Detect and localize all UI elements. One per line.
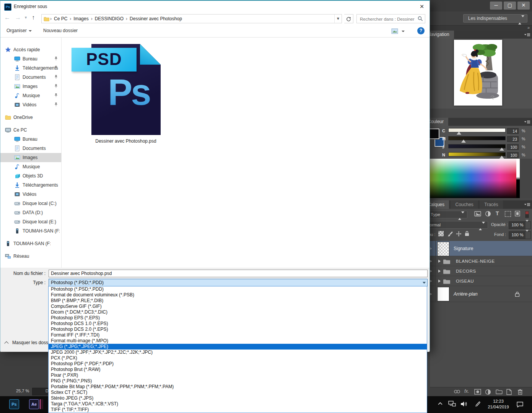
- fill-dropdown-arrow[interactable]: [525, 231, 531, 239]
- search-icon[interactable]: [418, 16, 423, 21]
- sidebar-item-t-l-chargements[interactable]: Téléchargements: [0, 180, 61, 190]
- channel-value[interactable]: 14: [507, 128, 519, 134]
- panel-menu-icon[interactable]: [524, 33, 530, 37]
- channel-slider[interactable]: [448, 144, 506, 148]
- collapse-panels-icon[interactable]: »: [527, 25, 530, 30]
- panel-menu-icon[interactable]: [524, 203, 530, 206]
- layer-mask-icon[interactable]: [474, 389, 481, 395]
- sidebar-item-documents[interactable]: Documents: [0, 73, 61, 82]
- expand-arrow-icon[interactable]: [438, 260, 441, 263]
- format-option[interactable]: BMP (*.BMP;*.RLE;*.DIB): [49, 298, 427, 304]
- sidebar-item-disque-local-e-[interactable]: Disque local (E:): [0, 217, 61, 226]
- filter-type-layers-icon[interactable]: T: [496, 210, 499, 216]
- format-option[interactable]: Photoshop PDF (*.PDF;*.PDP): [49, 361, 427, 367]
- format-option[interactable]: Stéréo JPEG (*.JPS): [49, 395, 427, 401]
- format-option[interactable]: Format multi-image (*.MPO): [49, 338, 427, 344]
- opacity-dropdown-arrow[interactable]: [525, 221, 531, 229]
- grayscale-ramp[interactable]: [516, 159, 520, 198]
- sidebar-item-toumah-san-f-[interactable]: TOUMAH-SAN (F:): [0, 239, 61, 248]
- tray-clock[interactable]: 12:23 21/04/2019: [484, 398, 512, 410]
- sidebar-item-acc-s-rapide[interactable]: Accès rapide: [0, 45, 61, 54]
- up-button[interactable]: ↑: [32, 14, 35, 21]
- new-group-icon[interactable]: [496, 389, 503, 394]
- sidebar-item-bureau[interactable]: Bureau: [0, 54, 61, 63]
- tray-chevron-icon[interactable]: [438, 402, 443, 406]
- channel-slider-thumb[interactable]: [457, 132, 461, 135]
- adjustment-layer-icon[interactable]: [485, 389, 491, 395]
- format-option[interactable]: Photoshop EPS (*.EPS): [49, 315, 427, 321]
- sidebar-item-vid-os[interactable]: Vidéos: [0, 190, 61, 199]
- filename-input[interactable]: [49, 270, 428, 277]
- format-option[interactable]: Portable Bit Map (*.PBM;*.PGM;*.PPM;*.PN…: [49, 384, 427, 390]
- expand-arrow-icon[interactable]: [438, 280, 441, 283]
- new-layer-icon[interactable]: [506, 389, 512, 395]
- format-option[interactable]: Format IFF (*.IFF;*.TDI): [49, 332, 427, 338]
- recent-locations-icon[interactable]: ▼: [24, 16, 28, 20]
- taskbar-photoshop-icon[interactable]: Ps: [9, 399, 19, 409]
- sidebar-item-musique[interactable]: Musique: [0, 162, 61, 171]
- maximize-button[interactable]: ▢: [504, 2, 516, 10]
- sidebar-item-images[interactable]: Images: [0, 82, 61, 91]
- link-layers-icon[interactable]: [454, 389, 460, 394]
- sidebar-item-r-seau[interactable]: Réseau: [0, 252, 61, 261]
- tray-network-icon[interactable]: [448, 401, 456, 407]
- search-input[interactable]: [359, 15, 416, 23]
- lock-position-icon[interactable]: [456, 231, 462, 237]
- channel-value[interactable]: 23: [507, 136, 519, 142]
- format-option[interactable]: CompuServe GIF (*.GIF): [49, 304, 427, 309]
- filter-toggle-switch[interactable]: [525, 211, 529, 218]
- filter-adjustment-layers-icon[interactable]: [485, 211, 491, 217]
- layer-row-blanche-neige[interactable]: BLANCHE-NEIGE: [423, 256, 532, 266]
- format-option[interactable]: PNG (*.PNG;*.PNS): [49, 378, 427, 384]
- layer-thumbnail[interactable]: [438, 242, 449, 256]
- color-spectrum[interactable]: [423, 159, 519, 198]
- sidebar-item-disque-local-c-[interactable]: Disque local (C:): [0, 199, 61, 208]
- fill-value[interactable]: 100 %: [509, 231, 526, 239]
- sidebar-item-documents[interactable]: Documents: [0, 144, 61, 153]
- dialog-titlebar[interactable]: Ps Enregistrer sous ×: [0, 1, 430, 13]
- layer-row-oiseau[interactable]: OISEAU: [423, 276, 532, 286]
- breadcrumb-segment[interactable]: Ce PC: [52, 16, 69, 21]
- taskbar-aftereffects-icon[interactable]: Ae: [29, 399, 39, 409]
- sidebar-item-t-l-chargements[interactable]: Téléchargements: [0, 63, 61, 73]
- back-button[interactable]: ←: [4, 14, 10, 21]
- lock-all-icon[interactable]: [464, 231, 470, 236]
- sidebar-item-data-d-[interactable]: DATA (D:): [0, 208, 61, 217]
- channel-slider[interactable]: [448, 136, 506, 140]
- format-option[interactable]: Photoshop (*.PSD;*.PDD): [49, 286, 427, 292]
- sidebar-item-vid-os[interactable]: Vidéos: [0, 100, 61, 109]
- minimize-button[interactable]: ─: [490, 2, 502, 10]
- view-options-button[interactable]: [391, 28, 407, 35]
- sidebar-item-objets-3d[interactable]: Objets 3D: [0, 171, 61, 180]
- layer-style-icon[interactable]: fx.: [464, 389, 469, 394]
- format-option[interactable]: JPEG 2000 (*.JPF;*.JPX;*.JP2;*.J2C;*.J2K…: [49, 350, 427, 355]
- opacity-value[interactable]: 100 %: [509, 221, 526, 229]
- format-option[interactable]: Scitex CT (*.SCT): [49, 390, 427, 395]
- layer-thumbnail[interactable]: [438, 287, 449, 301]
- forward-button[interactable]: →: [15, 14, 21, 21]
- lock-transparency-icon[interactable]: [438, 231, 444, 236]
- taskbar-app-partial-icon[interactable]: [40, 399, 43, 409]
- layer-row-arri-re-plan[interactable]: Arrière-plan: [423, 286, 532, 302]
- format-option[interactable]: Format de document volumineux (*.PSB): [49, 292, 427, 298]
- tab-couches[interactable]: Couches: [451, 200, 478, 209]
- panel-menu-icon[interactable]: [524, 120, 530, 124]
- expand-arrow-icon[interactable]: [438, 270, 441, 273]
- filter-shape-layers-icon[interactable]: [505, 211, 511, 217]
- format-option[interactable]: Targa (*.TGA;*.VDA;*.ICB;*.VST): [49, 401, 427, 407]
- tray-pen-icon[interactable]: [474, 401, 481, 407]
- format-option[interactable]: Pixar (*.PXR): [49, 372, 427, 378]
- sidebar-item-ce-pc[interactable]: Ce PC: [0, 125, 61, 135]
- layer-row-decors[interactable]: DECORS: [423, 266, 532, 276]
- filter-smart-object-icon[interactable]: [515, 211, 520, 216]
- format-option[interactable]: Photoshop Brut (*.RAW): [49, 367, 427, 372]
- tray-volume-icon[interactable]: [460, 401, 468, 407]
- channel-slider-thumb[interactable]: [499, 156, 504, 159]
- file-list-area[interactable]: Ps PSD Dessiner avec Photoshop.psd: [62, 37, 430, 268]
- sidebar-item-images[interactable]: Images: [0, 153, 61, 162]
- tab-traces[interactable]: Tracés: [480, 200, 503, 209]
- organize-button[interactable]: Organiser: [7, 28, 32, 33]
- close-window-button[interactable]: ✕: [517, 2, 530, 10]
- new-folder-button[interactable]: Nouveau dossier: [43, 28, 78, 33]
- help-button[interactable]: ?: [417, 27, 425, 34]
